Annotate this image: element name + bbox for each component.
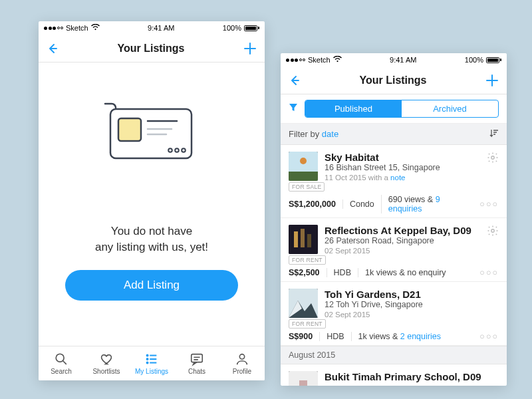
section-header: August 2015 [281, 346, 507, 364]
listing-price: S$1,200,000 [289, 200, 342, 209]
tab-bar: Search Shortlists My Listings Chats Prof… [39, 346, 265, 380]
empty-state: You do not have any listing with us, yet… [39, 63, 265, 301]
listing-badge: FOR SALE [289, 182, 325, 192]
add-button[interactable] [485, 74, 499, 87]
listing-name: Sky Habitat [325, 152, 480, 163]
segment-control: Published Archived [305, 100, 499, 118]
more-icon[interactable]: ○○○ [479, 200, 499, 209]
tab-mylistings-label: My Listings [135, 368, 168, 375]
svg-point-14 [146, 362, 148, 363]
add-listing-button[interactable]: Add Listing [65, 270, 238, 301]
svg-rect-26 [301, 229, 305, 247]
listing-stats: 690 views & 9 enquiries [381, 195, 480, 213]
status-bar: Sketch 9:41 AM 100% [281, 53, 507, 66]
tab-profile-label: Profile [233, 368, 251, 375]
tab-search[interactable]: Search [39, 346, 84, 380]
listing-thumbnail [289, 152, 318, 181]
listing-thumbnail [289, 289, 318, 318]
back-button[interactable] [289, 74, 301, 86]
nav-bar: Your Listings [39, 35, 265, 63]
filter-icon[interactable] [289, 103, 298, 115]
svg-rect-1 [118, 118, 141, 141]
listing-thumbnail [289, 371, 318, 386]
gear-icon[interactable] [487, 152, 499, 182]
listing-price: S$900 [289, 332, 319, 341]
svg-point-22 [300, 158, 307, 164]
svg-rect-34 [299, 380, 307, 386]
svg-rect-21 [289, 172, 318, 181]
battery-icon [486, 57, 501, 63]
phone-listings: Sketch 9:41 AM 100% Your Listings Publis… [281, 53, 507, 386]
empty-line1: You do not have [95, 223, 208, 239]
battery-icon [244, 25, 259, 31]
listing-date: 11 Oct 2015 with a note [325, 174, 480, 182]
listing-type: HDB [327, 268, 358, 277]
segment-published[interactable]: Published [305, 100, 402, 117]
listing-address: 26 Paterson Road, Singapore [325, 236, 480, 245]
svg-rect-16 [192, 354, 203, 362]
listing-card[interactable]: Bukit Timah Primary School, D09 [281, 364, 507, 386]
listing-address: 16 Bishan Street 15, Singapore [325, 163, 480, 172]
listing-badge: FOR RENT [289, 319, 326, 329]
listing-address: 12 Toh Yi Drive, Singapore [325, 300, 499, 309]
segment-row: Published Archived [281, 94, 507, 124]
listing-thumbnail [289, 225, 318, 254]
sort-icon[interactable] [489, 128, 499, 140]
svg-point-12 [146, 358, 148, 360]
tab-profile[interactable]: Profile [219, 346, 265, 380]
listing-name: Toh Yi Gardens, D21 [325, 289, 499, 300]
listing-type: HDB [319, 332, 350, 341]
listing-type: Condo [342, 200, 381, 209]
battery-label: 100% [223, 24, 241, 32]
svg-rect-27 [307, 234, 311, 247]
tab-search-label: Search [51, 368, 72, 375]
wifi-icon [333, 56, 342, 64]
empty-illustration [92, 94, 211, 184]
listing-name: Reflections At Keppel Bay, D09 [325, 225, 480, 236]
phone-empty-state: Sketch 9:41 AM 100% Your Listings [39, 21, 265, 380]
svg-rect-25 [294, 231, 298, 247]
listing-card[interactable]: Reflections At Keppel Bay, D09 26 Paters… [281, 218, 507, 282]
empty-message: You do not have any listing with us, yet… [95, 223, 208, 255]
carrier-label: Sketch [308, 56, 331, 64]
tab-chats[interactable]: Chats [174, 346, 219, 380]
nav-bar: Your Listings [281, 66, 507, 94]
nav-title: Your Listings [359, 74, 426, 86]
battery-label: 100% [465, 56, 483, 64]
filter-bar[interactable]: Filter by date [281, 124, 507, 145]
tab-chats-label: Chats [188, 368, 205, 375]
svg-point-19 [239, 354, 244, 359]
more-icon[interactable]: ○○○ [479, 332, 499, 341]
add-button[interactable] [243, 42, 257, 55]
signal-icon [286, 59, 305, 62]
tab-mylistings[interactable]: My Listings [129, 346, 174, 380]
status-time: 9:41 AM [148, 24, 174, 32]
signal-icon [44, 27, 63, 30]
back-button[interactable] [47, 43, 59, 55]
listing-date: 02 Sept 2015 [325, 247, 480, 255]
more-icon[interactable]: ○○○ [479, 268, 499, 277]
filter-label: Filter by date [289, 129, 338, 139]
listing-stats: 1k views & 2 enquiries [351, 332, 448, 341]
listing-date: 02 Sept 2015 [325, 311, 499, 319]
listing-card[interactable]: Toh Yi Gardens, D21 12 Toh Yi Drive, Sin… [281, 282, 507, 346]
listing-stats: 1k views & no enquiry [358, 268, 453, 277]
wifi-icon [91, 24, 100, 32]
empty-line2: any listing with us, yet! [95, 239, 208, 255]
nav-title: Your Listings [117, 43, 184, 55]
listing-name: Bukit Timah Primary School, D09 [325, 371, 499, 382]
status-time: 9:41 AM [390, 56, 416, 64]
svg-point-10 [146, 354, 148, 356]
listing-card[interactable]: Sky Habitat 16 Bishan Street 15, Singapo… [281, 145, 507, 218]
tab-shortlists-label: Shortlists [92, 368, 120, 375]
tab-shortlists[interactable]: Shortlists [84, 346, 129, 380]
svg-line-9 [63, 361, 66, 364]
listing-badge: FOR RENT [289, 255, 326, 265]
status-bar: Sketch 9:41 AM 100% [39, 21, 265, 35]
svg-point-23 [491, 156, 494, 159]
listing-price: S$2,500 [289, 268, 327, 277]
segment-archived[interactable]: Archived [402, 100, 498, 117]
carrier-label: Sketch [66, 24, 88, 32]
svg-point-28 [491, 229, 494, 232]
gear-icon[interactable] [487, 225, 499, 255]
